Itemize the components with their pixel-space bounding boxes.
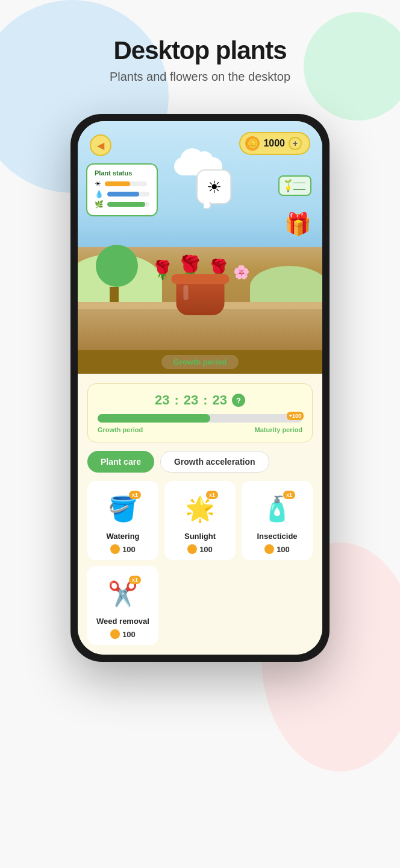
leaf-status-fill [107,202,145,207]
timer-row: 23 : 23 : 23 ? [98,392,302,408]
weed-icon-wrap: ✂️ x1 [104,574,142,613]
sunlight-coin-icon [187,544,197,554]
status-row-water: 💧 [95,190,149,198]
timer-minutes: 23 [184,392,198,408]
water-status-icon: 💧 [95,190,104,198]
insecticide-icon-wrap: 🧴 x1 [258,489,296,528]
progress-labels: Growth period Maturity period [98,426,302,433]
coin-icon: 🪙 [245,136,260,151]
care-item-sunlight[interactable]: 🌟 x1 Sunlight 100 [164,481,236,560]
page-subtitle: Plants and flowers on the desktop [0,70,400,84]
watering-price: 100 [110,544,136,554]
timer-seconds: 23 [213,392,227,408]
rose-1: 🌹 [151,261,173,279]
sun-status-fill [105,181,130,186]
pot [176,279,224,315]
plant: 🌹 🌹 🌹 🌸 [151,256,249,315]
phone-inner: ◀ 🪙 1000 + [78,121,322,655]
weed-label: Weed removal [96,617,149,626]
pot-shine [183,285,188,300]
back-arrow-button[interactable]: ◀ [90,134,111,156]
sunlight-badge: x1 [206,491,218,499]
progress-bar-wrapper: +100 [98,414,302,423]
tab-growth-acceleration[interactable]: Growth acceleration [160,451,269,473]
watering-icon-wrap: 🪣 x1 [104,489,142,528]
status-row-leaf: 🌿 [95,200,149,209]
insecticide-label: Insecticide [257,532,297,541]
care-item-insecticide[interactable]: 🧴 x1 Insecticide 100 [242,481,313,560]
weed-coin-icon [110,629,120,639]
bottom-panel: 23 : 23 : 23 ? +100 Growth period Maturi… [78,374,322,655]
tab-plant-care[interactable]: Plant care [87,451,154,473]
plant-status-title: Plant status [95,169,149,177]
timer-section: 23 : 23 : 23 ? +100 Growth period Maturi… [87,383,313,442]
timer-help-button[interactable]: ? [232,394,245,407]
plant-status-card: Plant status ☀ 💧 🌿 [86,163,158,216]
phone-mockup: ◀ 🪙 1000 + [70,114,330,662]
timer-hours: 23 [155,392,169,408]
water-status-bar [107,192,149,197]
coin-display: 🪙 1000 + [239,132,310,155]
tabs-row: Plant care Growth acceleration [87,451,313,473]
timer-sep-2: : [203,392,207,408]
tree-top [96,245,138,287]
watering-label: Watering [106,532,139,541]
back-arrow-icon: ◀ [97,140,104,151]
status-row-sun: ☀ [95,180,149,188]
game-scene: ◀ 🪙 1000 + [78,121,322,350]
growth-banner: Growth period [78,350,322,374]
leaf-status-bar [107,202,149,207]
tree [90,245,138,302]
gift-icon: 🎁 [284,212,311,237]
care-item-watering[interactable]: 🪣 x1 Watering 100 [87,481,158,560]
sunlight-icon-wrap: 🌟 x1 [181,489,219,528]
insecticide-price-val: 100 [277,545,290,554]
page-title: Desktop plants [0,36,400,65]
page-header: Desktop plants Plants and flowers on the… [0,0,400,96]
thought-icon: ☀ [207,177,222,197]
rose-bud: 🌸 [233,266,249,279]
info-line1: 🌱 —— [284,179,305,186]
care-grid: 🪣 x1 Watering 100 🌟 x1 [87,481,313,560]
info-line2: 💡 —— [284,186,305,192]
insecticide-badge: x1 [283,491,295,499]
progress-bar-fill [98,414,210,423]
weed-badge: x1 [129,576,141,584]
watering-price-val: 100 [122,545,136,554]
phone-wrapper: ◀ 🪙 1000 + [0,114,400,662]
progress-bonus: +100 [287,412,304,420]
timer-sep-1: : [174,392,178,408]
weed-price: 100 [110,629,136,639]
sunlight-label: Sunlight [184,532,216,541]
sunlight-price-val: 100 [199,545,213,554]
care-grid-row2: ✂️ x1 Weed removal 100 [87,566,313,645]
insecticide-price: 100 [264,544,290,554]
sunlight-price: 100 [187,544,213,554]
tree-trunk [110,287,119,302]
coin-amount: 1000 [263,138,285,149]
watering-badge: x1 [129,491,141,499]
growth-banner-label: Growth period [161,355,239,369]
watering-coin-icon [110,544,120,554]
care-item-weed-removal[interactable]: ✂️ x1 Weed removal 100 [87,566,158,645]
coin-plus-button[interactable]: + [289,137,302,150]
sun-status-icon: ☀ [95,180,101,188]
label-growth: Growth period [98,426,143,433]
weed-price-val: 100 [122,630,136,639]
info-card: 🌱 —— 💡 —— [278,175,311,196]
insecticide-coin-icon [264,544,274,554]
label-maturity: Maturity period [255,426,302,433]
thought-bubble: ☀ [196,169,231,204]
leaf-status-icon: 🌿 [95,200,104,209]
sun-status-bar [105,181,147,186]
water-status-fill [107,192,139,197]
